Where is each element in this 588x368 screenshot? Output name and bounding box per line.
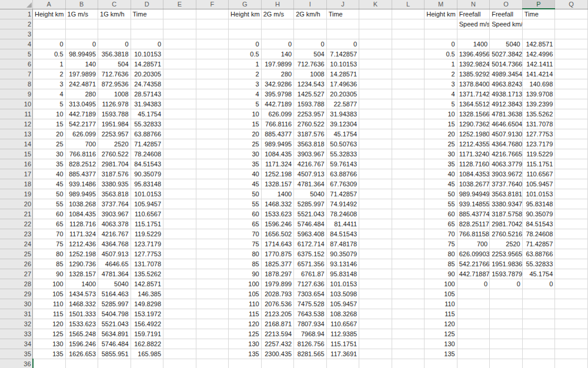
cell-N11[interactable]: 1328.15662 [457, 109, 490, 119]
cell-E36[interactable] [163, 359, 196, 368]
cell-P27[interactable]: 45.1754 [522, 269, 555, 279]
cell-L4[interactable] [392, 39, 425, 49]
cell-O20[interactable]: 3380.934782 [490, 199, 523, 209]
cell-G2[interactable] [229, 19, 262, 29]
cell-M36[interactable] [425, 359, 457, 368]
cell-L16[interactable] [392, 159, 425, 169]
column-header-J[interactable]: J [326, 0, 359, 9]
cell-F20[interactable] [196, 199, 229, 209]
cell-E21[interactable] [163, 209, 196, 219]
cell-A2[interactable] [33, 19, 66, 29]
cell-F34[interactable] [196, 339, 229, 349]
cell-G1[interactable]: Height km [229, 9, 262, 19]
cell-B11[interactable]: 442.7189 [65, 109, 98, 119]
cell-N28[interactable]: 0 [457, 279, 490, 289]
cell-N17[interactable]: 1084.43534 [457, 169, 490, 179]
cell-E11[interactable] [163, 109, 196, 119]
cell-I18[interactable]: 4781.364 [294, 179, 327, 189]
cell-C31[interactable]: 5404.798 [98, 309, 131, 319]
cell-J26[interactable]: 93.13146 [326, 259, 359, 269]
row-header-2[interactable]: 2 [0, 19, 33, 29]
cell-I2[interactable] [294, 19, 327, 29]
cell-O12[interactable]: 4646.650406 [490, 119, 523, 129]
cell-K33[interactable] [359, 329, 392, 339]
cell-C24[interactable]: 4364.768 [98, 239, 131, 249]
cell-K5[interactable] [359, 49, 392, 59]
cell-D4[interactable]: 0 [131, 39, 163, 49]
cell-A15[interactable]: 30 [33, 149, 66, 159]
cell-F29[interactable] [196, 289, 229, 299]
cell-C2[interactable] [98, 19, 131, 29]
cell-G28[interactable]: 100 [229, 279, 262, 289]
cell-M8[interactable]: 3 [425, 79, 457, 89]
cell-A6[interactable]: 1 [33, 59, 66, 69]
row-header-22[interactable]: 22 [0, 219, 33, 229]
cell-I17[interactable]: 4507.913 [294, 169, 327, 179]
cell-K17[interactable] [359, 169, 392, 179]
cell-I13[interactable]: 3187.576 [294, 129, 327, 139]
cell-E4[interactable] [163, 39, 196, 49]
cell-Q36[interactable] [555, 359, 588, 368]
column-header-A[interactable]: A [33, 0, 66, 9]
cell-Q12[interactable] [555, 119, 588, 129]
cell-F6[interactable] [196, 59, 229, 69]
column-header-N[interactable]: N [457, 0, 490, 9]
cell-D18[interactable]: 95.83148 [131, 179, 163, 189]
column-header-G[interactable]: G [229, 0, 262, 9]
cell-I35[interactable]: 8281.565 [294, 349, 327, 359]
cell-P8[interactable]: 140.698 [522, 79, 555, 89]
cell-J30[interactable]: 105.9457 [326, 299, 359, 309]
cell-A34[interactable]: 130 [33, 339, 66, 349]
cell-D16[interactable]: 84.51543 [131, 159, 163, 169]
cell-E32[interactable] [163, 319, 196, 329]
column-header-L[interactable]: L [392, 0, 425, 9]
cell-C30[interactable]: 5285.997 [98, 299, 131, 309]
cell-L32[interactable] [392, 319, 425, 329]
cell-M23[interactable]: 70 [425, 229, 457, 239]
cell-B14[interactable]: 700 [65, 139, 98, 149]
cell-H27[interactable]: 1878.297 [261, 269, 294, 279]
cell-H19[interactable]: 1400 [261, 189, 294, 199]
cell-J12[interactable]: 39.12304 [326, 119, 359, 129]
cell-I23[interactable]: 5963.408 [294, 229, 327, 239]
column-header-M[interactable]: M [425, 0, 457, 9]
cell-E24[interactable] [163, 239, 196, 249]
cell-H28[interactable]: 1979.899 [261, 279, 294, 289]
cell-L21[interactable] [392, 209, 425, 219]
cell-Q28[interactable] [555, 279, 588, 289]
cell-B23[interactable]: 1171.324 [65, 229, 98, 239]
column-header-C[interactable]: C [98, 0, 131, 9]
cell-C8[interactable]: 872.9536 [98, 79, 131, 89]
cell-H13[interactable]: 885.4377 [261, 129, 294, 139]
cell-A35[interactable]: 135 [33, 349, 66, 359]
cell-O18[interactable]: 3737.764037 [490, 179, 523, 189]
cell-M3[interactable] [425, 29, 457, 39]
cell-Q16[interactable] [555, 159, 588, 169]
cell-J11[interactable]: 31.94383 [326, 109, 359, 119]
select-all-corner[interactable] [0, 0, 33, 9]
cell-B10[interactable]: 313.0495 [65, 99, 98, 109]
cell-D10[interactable]: 31.94383 [131, 99, 163, 109]
cell-K1[interactable] [359, 9, 392, 19]
cell-G5[interactable]: 0.5 [229, 49, 262, 59]
cell-K34[interactable] [359, 339, 392, 349]
cell-H33[interactable]: 2213.594 [261, 329, 294, 339]
cell-Q34[interactable] [555, 339, 588, 349]
cell-A33[interactable]: 125 [33, 329, 66, 339]
cell-G20[interactable]: 55 [229, 199, 262, 209]
cell-I30[interactable]: 7475.528 [294, 299, 327, 309]
cell-C27[interactable]: 4781.364 [98, 269, 131, 279]
cell-H30[interactable]: 2076.536 [261, 299, 294, 309]
cell-P26[interactable]: 55.32833 [522, 259, 555, 269]
cell-D32[interactable]: 156.4922 [131, 319, 163, 329]
cell-G14[interactable]: 25 [229, 139, 262, 149]
cell-A5[interactable]: 0.5 [33, 49, 66, 59]
cell-L34[interactable] [392, 339, 425, 349]
cell-F3[interactable] [196, 29, 229, 39]
cell-D8[interactable]: 24.74358 [131, 79, 163, 89]
cell-F33[interactable] [196, 329, 229, 339]
cell-F25[interactable] [196, 249, 229, 259]
cell-O23[interactable]: 2760.52169 [490, 229, 523, 239]
cell-N20[interactable]: 939.148551 [457, 199, 490, 209]
cell-D35[interactable]: 165.985 [131, 349, 163, 359]
